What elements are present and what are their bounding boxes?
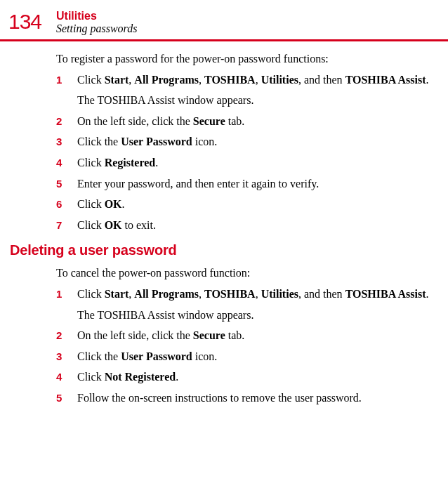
step-item: 6 Click OK. [56, 197, 434, 212]
step-item: 2 On the left side, click the Secure tab… [56, 114, 434, 129]
step-text: Click the User Password icon. [77, 134, 217, 150]
content-block-0: To register a password for the power-on … [0, 51, 448, 232]
steps-list-0: 1 Click Start, All Programs, TOSHIBA, Ut… [56, 72, 434, 233]
step-body: Click the User Password icon. [77, 134, 217, 150]
step-item: 4 Click Not Registered. [56, 369, 434, 385]
step-after: The TOSHIBA Assist window appears. [77, 93, 429, 108]
step-item: 1 Click Start, All Programs, TOSHIBA, Ut… [56, 286, 434, 322]
title-block: Utilities Setting passwords [56, 10, 137, 35]
step-text: Click Registered. [77, 155, 158, 171]
section-title: Setting passwords [56, 22, 137, 35]
step-item: 5 Follow the on-screen instructions to r… [56, 390, 434, 406]
step-body: Click OK to exit. [77, 218, 156, 233]
step-body: On the left side, click the Secure tab. [77, 328, 244, 343]
step-item: 7 Click OK to exit. [56, 218, 434, 233]
step-body: Click the User Password icon. [77, 349, 217, 364]
step-number: 1 [56, 72, 77, 87]
step-text: On the left side, click the Secure tab. [77, 328, 244, 343]
step-body: Enter your password, and then enter it a… [77, 176, 319, 192]
step-text: Click Start, All Programs, TOSHIBA, Util… [77, 72, 429, 88]
step-item: 5 Enter your password, and then enter it… [56, 176, 434, 192]
steps-list-1: 1 Click Start, All Programs, TOSHIBA, Ut… [56, 286, 434, 406]
header-rule [0, 39, 448, 41]
step-body: Click Not Registered. [77, 369, 178, 385]
step-text: Click Not Registered. [77, 369, 178, 385]
step-number: 5 [56, 390, 77, 405]
step-number: 4 [56, 369, 77, 384]
step-text: Click the User Password icon. [77, 349, 217, 364]
step-number: 7 [56, 218, 77, 232]
step-number: 5 [56, 176, 77, 191]
sub-heading: Deleting a user password [0, 242, 448, 258]
step-body: Click Registered. [77, 155, 158, 171]
step-number: 1 [56, 286, 77, 301]
intro-text: To cancel the power-on password function… [56, 265, 434, 281]
page-number: 134 [8, 10, 56, 34]
step-text: Click Start, All Programs, TOSHIBA, Util… [77, 286, 429, 302]
step-body: Follow the on-screen instructions to rem… [77, 390, 362, 406]
intro-text: To register a password for the power-on … [56, 51, 434, 67]
step-item: 3 Click the User Password icon. [56, 134, 434, 150]
step-text: Follow the on-screen instructions to rem… [77, 390, 362, 406]
step-item: 1 Click Start, All Programs, TOSHIBA, Ut… [56, 72, 434, 108]
step-number: 2 [56, 328, 77, 343]
step-number: 6 [56, 197, 77, 211]
step-number: 2 [56, 114, 77, 128]
step-text: Click OK to exit. [77, 218, 156, 233]
step-body: Click Start, All Programs, TOSHIBA, Util… [77, 72, 429, 108]
step-text: Enter your password, and then enter it a… [77, 176, 319, 192]
step-body: Click OK. [77, 197, 125, 212]
step-text: On the left side, click the Secure tab. [77, 114, 244, 129]
chapter-title: Utilities [56, 10, 137, 22]
step-after: The TOSHIBA Assist window appears. [77, 308, 429, 323]
step-number: 3 [56, 134, 77, 149]
step-number: 4 [56, 155, 77, 170]
step-body: Click Start, All Programs, TOSHIBA, Util… [77, 286, 429, 322]
page-header: 134 Utilities Setting passwords [0, 10, 448, 35]
step-body: On the left side, click the Secure tab. [77, 114, 244, 129]
step-text: Click OK. [77, 197, 125, 212]
step-number: 3 [56, 349, 77, 364]
content-block-1: To cancel the power-on password function… [0, 265, 448, 405]
step-item: 3 Click the User Password icon. [56, 349, 434, 364]
step-item: 2 On the left side, click the Secure tab… [56, 328, 434, 343]
step-item: 4 Click Registered. [56, 155, 434, 171]
